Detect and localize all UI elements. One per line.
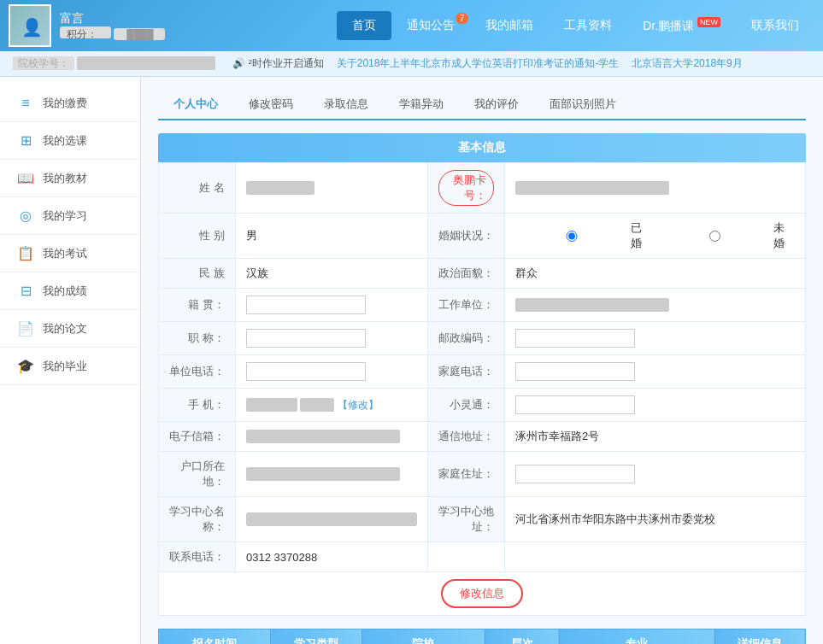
sidebar-label-study: 我的学习 [43,208,87,224]
info-table: 姓 名 ██ 奥鹏卡号： ████████ 性 别 男 婚姻状况： [158,162,806,616]
political-label: 政治面貌： [428,259,505,289]
address-label: 通信地址： [428,422,505,452]
work-label: 工作单位： [428,289,505,322]
sidebar-item-thesis[interactable]: 📄 我的论文 [0,310,140,348]
home-phone-input[interactable] [515,362,635,381]
basic-info-title: 基本信息 [158,133,806,162]
notice-item-2[interactable]: 关于2018年上半年北京市成人学位英语打印准考证的通知-学生 [337,56,620,71]
nav-email[interactable]: 我的邮箱 [470,11,549,40]
table-row: 学习中心名称： █████████████████ 学习中心地址： 河北省涿州市… [159,497,806,542]
oupeng-label-circle: 奥鹏卡号： [438,170,494,206]
unit-phone-label: 单位电话： [159,355,236,389]
title-value [236,322,428,355]
nav-tools[interactable]: 工具资料 [549,11,627,40]
xiaoliu-input[interactable] [515,395,635,414]
marriage-married[interactable]: 已婚 [515,220,652,251]
student-id: 院校学号： ████████████ [13,56,215,71]
grades-icon: ⊟ [17,283,34,299]
tab-profile[interactable]: 个人中心 [158,90,233,120]
address-value: 涿州市幸福路2号 [505,422,806,452]
tab-evaluation[interactable]: 我的评价 [459,90,534,119]
sidebar-label-fees: 我的缴费 [43,96,87,111]
sidebar-item-courses[interactable]: ⊞ 我的选课 [0,122,140,160]
col-school: 院校 [362,629,485,645]
modify-info-button[interactable]: 修改信息 [441,579,523,608]
tab-status[interactable]: 学籍异动 [384,90,459,119]
content-area: 个人中心 修改密码 录取信息 学籍异动 我的评价 面部识别照片 基本信息 姓 名… [141,77,823,644]
center-address-label: 学习中心地址： [428,497,505,542]
hometown-input[interactable] [246,296,366,314]
sidebar-item-graduation[interactable]: 🎓 我的毕业 [0,348,140,385]
main-nav: 首页 通知公告 7 我的邮箱 工具资料 Dr.鹏播课 NEW 联系我们 [337,11,814,41]
table-row: 性 别 男 婚姻状况： 已婚 未婚 [159,214,806,259]
main-layout: ≡ 我的缴费 ⊞ 我的选课 📖 我的教材 ◎ 我的学习 📋 我的考试 ⊟ 我的成… [0,77,823,644]
sidebar-item-textbooks[interactable]: 📖 我的教材 [0,160,140,197]
sidebar: ≡ 我的缴费 ⊞ 我的选课 📖 我的教材 ◎ 我的学习 📋 我的考试 ⊟ 我的成… [0,77,141,644]
tab-password[interactable]: 修改密码 [233,90,309,119]
center-name-label: 学习中心名称： [159,497,236,542]
sidebar-label-courses: 我的选课 [43,133,87,149]
new-badge: NEW [697,17,720,27]
nav-contact[interactable]: 联系我们 [736,11,814,40]
hukou-value: ████████████ [236,452,428,497]
table-row: 籍 贯： 工作单位： ████████ [159,289,806,322]
fees-icon: ≡ [17,96,34,111]
graduation-icon: 🎓 [17,358,34,374]
family-address-input[interactable] [515,465,635,483]
sidebar-item-fees[interactable]: ≡ 我的缴费 [0,85,140,122]
table-row: 职 称： 邮政编码： [159,322,806,355]
col-level: 层次 [485,629,559,645]
exam-icon: 📋 [17,245,34,261]
name-blurred: ██ [246,181,315,195]
username: 富言 [60,11,156,26]
mobile-value: ████ ██ 【修改】 [236,389,428,422]
postal-input[interactable] [515,329,635,348]
table-row: 姓 名 ██ 奥鹏卡号： ████████ [159,163,806,214]
unit-phone-value [236,355,428,389]
notice-item-3[interactable]: 北京语言大学2018年9月 [632,56,742,71]
table-header-row: 报名时间 学习类型 院校 层次 专业 详细信息 [159,629,806,645]
tab-admission[interactable]: 录取信息 [309,90,384,119]
nav-notice[interactable]: 通知公告 7 [391,11,470,40]
center-address-value: 河北省涿州市华阳东路中共涿州市委党校 [505,497,806,542]
name-label: 姓 名 [159,163,236,214]
sidebar-item-grades[interactable]: ⊟ 我的成绩 [0,272,140,310]
table-row: 民 族 汉族 政治面貌： 群众 [159,259,806,289]
oupeng-value: ████████ [505,163,806,214]
hukou-blurred: ████████████ [246,467,400,481]
marriage-radio-group: 已婚 未婚 [515,220,795,251]
home-phone-value [505,355,806,389]
nav-drpeng[interactable]: Dr.鹏播课 NEW [627,11,736,41]
email-value: ███████████ [236,422,428,452]
ethnicity-value: 汉族 [236,259,428,289]
table-row: 手 机： ████ ██ 【修改】 小灵通： [159,389,806,422]
sidebar-label-grades: 我的成绩 [43,284,87,299]
sidebar-item-study[interactable]: ◎ 我的学习 [0,197,140,235]
enrollment-section: → 报名时间 学习类型 院校 层次 专业 详细信息 [158,629,806,644]
contact-phone-value: 0312 3370288 [236,542,428,572]
ethnicity-label: 民 族 [159,259,236,289]
marriage-label: 婚姻状况： [428,214,505,259]
textbooks-icon: 📖 [17,170,34,186]
table-row: 电子信箱： ███████████ 通信地址： 涿州市幸福路2号 [159,422,806,452]
col-study-type: 学习类型 [271,629,362,645]
sidebar-item-exam[interactable]: 📋 我的考试 [0,235,140,272]
notice-item-1[interactable]: 🔊 ²时作业开启通知 [232,56,323,71]
sub-header: 院校学号： ████████████ 🔊 ²时作业开启通知 关于2018年上半年… [0,51,823,77]
content-tabs: 个人中心 修改密码 录取信息 学籍异动 我的评价 面部识别照片 [158,90,806,120]
marriage-unmarried[interactable]: 未婚 [659,220,796,251]
center-name-blurred: █████████████████ [246,512,417,526]
tab-photo[interactable]: 面部识别照片 [534,90,632,119]
title-input[interactable] [246,329,366,348]
oupeng-blurred: ████████ [515,181,669,195]
unit-phone-input[interactable] [246,362,366,381]
score-label: 积分： ████ [60,26,165,40]
notice-badge: 7 [456,13,469,24]
sidebar-label-thesis: 我的论文 [43,321,87,337]
mobile-edit-link[interactable]: 【修改】 [338,399,379,411]
nav-home[interactable]: 首页 [337,11,391,40]
postal-label: 邮政编码： [428,322,505,355]
title-label: 职 称： [159,322,236,355]
avatar: 👤 [9,4,51,47]
email-blurred: ███████████ [246,430,400,443]
